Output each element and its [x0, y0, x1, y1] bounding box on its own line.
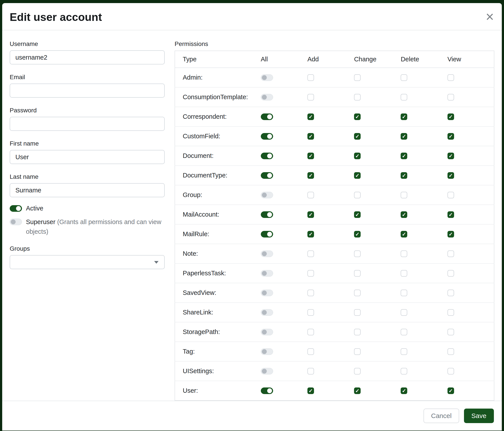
permission-all-toggle[interactable]: [261, 270, 273, 277]
permission-add-checkbox[interactable]: [307, 94, 314, 100]
permission-change-checkbox[interactable]: ✓: [354, 133, 361, 140]
permission-all-toggle[interactable]: [261, 368, 273, 375]
permission-view-checkbox[interactable]: [448, 251, 454, 257]
permission-delete-checkbox[interactable]: [401, 309, 407, 316]
permission-change-checkbox[interactable]: [354, 270, 361, 277]
permission-all-toggle[interactable]: [261, 251, 273, 257]
permission-change-checkbox[interactable]: [354, 348, 361, 355]
permission-add-checkbox[interactable]: ✓: [307, 133, 314, 140]
permission-add-checkbox[interactable]: ✓: [307, 211, 314, 218]
permission-delete-checkbox[interactable]: [401, 329, 407, 335]
permission-all-toggle[interactable]: [261, 74, 273, 81]
permission-all-toggle[interactable]: [261, 329, 273, 335]
cancel-button[interactable]: Cancel: [423, 409, 459, 423]
permission-view-checkbox[interactable]: [448, 74, 454, 81]
permission-view-checkbox[interactable]: [448, 192, 454, 198]
permission-delete-checkbox[interactable]: ✓: [401, 231, 407, 237]
permission-view-checkbox[interactable]: [448, 368, 454, 375]
permission-delete-checkbox[interactable]: ✓: [401, 387, 407, 394]
permission-view-checkbox[interactable]: ✓: [448, 211, 454, 218]
password-field[interactable]: [10, 117, 165, 131]
permission-add-checkbox[interactable]: ✓: [307, 114, 314, 120]
permission-delete-checkbox[interactable]: ✓: [401, 114, 407, 120]
permission-change-checkbox[interactable]: [354, 329, 361, 335]
permission-delete-checkbox[interactable]: [401, 74, 407, 81]
permission-all-toggle[interactable]: [261, 309, 273, 316]
permission-view-checkbox[interactable]: ✓: [448, 387, 454, 394]
permission-change-checkbox[interactable]: [354, 74, 361, 81]
permission-add-checkbox[interactable]: ✓: [307, 387, 314, 394]
first-name-field[interactable]: [10, 150, 165, 164]
permission-add-checkbox[interactable]: [307, 270, 314, 277]
permission-view-checkbox[interactable]: [448, 94, 454, 100]
permissions-label: Permissions: [175, 40, 494, 47]
permission-view-checkbox[interactable]: ✓: [448, 133, 454, 140]
permission-change-checkbox[interactable]: ✓: [354, 153, 361, 159]
permission-delete-checkbox[interactable]: [401, 94, 407, 100]
permission-add-checkbox[interactable]: [307, 329, 314, 335]
permission-add-checkbox[interactable]: [307, 348, 314, 355]
permission-all-toggle[interactable]: [261, 231, 273, 237]
permission-all-toggle[interactable]: [261, 133, 273, 140]
permission-delete-checkbox[interactable]: ✓: [401, 153, 407, 159]
toggle-knob: [267, 114, 272, 119]
permission-add-checkbox[interactable]: ✓: [307, 172, 314, 179]
username-input[interactable]: [10, 50, 165, 64]
permission-view-checkbox[interactable]: [448, 309, 454, 316]
permission-all-toggle[interactable]: [261, 153, 273, 159]
permission-view-checkbox[interactable]: ✓: [448, 231, 454, 237]
permission-delete-checkbox[interactable]: [401, 251, 407, 257]
permission-change-checkbox[interactable]: ✓: [354, 114, 361, 120]
save-button[interactable]: Save: [464, 409, 494, 423]
permission-all-toggle[interactable]: [261, 387, 273, 394]
permission-delete-checkbox[interactable]: [401, 290, 407, 296]
permission-all-toggle[interactable]: [261, 348, 273, 355]
permission-view-checkbox[interactable]: [448, 270, 454, 277]
active-toggle[interactable]: [10, 205, 22, 212]
permission-add-checkbox[interactable]: [307, 309, 314, 316]
permission-view-checkbox[interactable]: ✓: [448, 172, 454, 179]
permission-change-checkbox[interactable]: [354, 251, 361, 257]
permission-view-checkbox[interactable]: ✓: [448, 114, 454, 120]
permission-change-checkbox[interactable]: ✓: [354, 211, 361, 218]
active-label: Active: [26, 205, 43, 212]
permission-delete-checkbox[interactable]: [401, 192, 407, 198]
last-name-field[interactable]: [10, 183, 165, 197]
permission-change-checkbox[interactable]: [354, 309, 361, 316]
permission-all-toggle[interactable]: [261, 94, 273, 100]
permission-all-toggle[interactable]: [261, 211, 273, 218]
permission-add-checkbox[interactable]: [307, 290, 314, 296]
permission-view-checkbox[interactable]: [448, 348, 454, 355]
permission-add-checkbox[interactable]: [307, 74, 314, 81]
permission-change-checkbox[interactable]: ✓: [354, 231, 361, 237]
groups-select[interactable]: [10, 255, 165, 269]
permission-change-checkbox[interactable]: [354, 192, 361, 198]
permission-delete-checkbox[interactable]: ✓: [401, 211, 407, 218]
close-icon[interactable]: ×: [486, 10, 494, 23]
permission-delete-checkbox[interactable]: [401, 368, 407, 375]
permission-add-checkbox[interactable]: ✓: [307, 153, 314, 159]
permission-add-checkbox[interactable]: [307, 251, 314, 257]
permission-view-checkbox[interactable]: ✓: [448, 153, 454, 159]
permission-change-checkbox[interactable]: ✓: [354, 387, 361, 394]
permission-delete-checkbox[interactable]: [401, 348, 407, 355]
permission-change-checkbox[interactable]: [354, 94, 361, 100]
permission-all-toggle[interactable]: [261, 172, 273, 179]
permission-all-toggle[interactable]: [261, 114, 273, 120]
permission-change-checkbox[interactable]: [354, 368, 361, 375]
permission-delete-checkbox[interactable]: ✓: [401, 172, 407, 179]
permission-delete-checkbox[interactable]: [401, 270, 407, 277]
permission-add-checkbox[interactable]: [307, 368, 314, 375]
permission-all-toggle[interactable]: [261, 290, 273, 296]
column-header-add: Add: [307, 51, 354, 68]
email-field[interactable]: [10, 84, 165, 98]
permission-change-checkbox[interactable]: [354, 290, 361, 296]
permission-add-checkbox[interactable]: ✓: [307, 231, 314, 237]
permission-all-toggle[interactable]: [261, 192, 273, 198]
permission-change-checkbox[interactable]: ✓: [354, 172, 361, 179]
superuser-toggle[interactable]: [10, 219, 22, 225]
permission-view-checkbox[interactable]: [448, 290, 454, 296]
permission-view-checkbox[interactable]: [448, 329, 454, 335]
permission-add-checkbox[interactable]: [307, 192, 314, 198]
permission-delete-checkbox[interactable]: ✓: [401, 133, 407, 140]
